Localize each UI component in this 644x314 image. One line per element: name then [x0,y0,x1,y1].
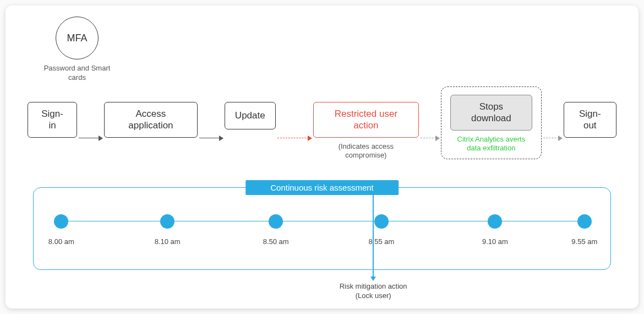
flow-row: Sign-in Access application Update Restri… [28,102,616,160]
arrow-1 [79,138,102,139]
node-signin-label: Sign-in [38,108,67,132]
node-signout-label: Sign-out [574,108,606,132]
node-restricted-label: Restricted user action [324,108,409,132]
timeline-point-3 [374,214,389,229]
timeline-label-1: 8.10 am [155,237,181,246]
risk-mitigation-label: Risk mitigation action (Lock user) [324,282,423,301]
timeline-point-1 [160,214,174,229]
flow-update: Update [225,102,276,129]
timeline-point-5 [577,214,592,229]
timeline-label-4: 9.10 am [482,237,508,246]
node-access: Access application [104,102,198,138]
node-update-label: Update [235,110,265,121]
arrow-3 [277,138,312,139]
flow-stops-wrapper: Stops download Citrix Analytics averts d… [441,102,542,159]
node-update: Update [225,102,276,129]
timeline-label-2: 8.50 am [263,237,289,246]
mfa-title: MFA [67,33,87,44]
risk-label-line1: Risk mitigation action [340,282,407,290]
timeline-label-0: 8.00 am [48,237,74,246]
risk-label-line2: (Lock user) [356,291,391,300]
arrow-4 [421,138,439,139]
stops-subtitle: Citrix Analytics averts data exfiltratio… [450,135,533,154]
stops-dashed-container: Stops download Citrix Analytics averts d… [441,86,542,159]
node-signout: Sign-out [564,102,616,138]
timeline-track [58,221,586,221]
restricted-subtitle: (Indicates access compromise) [325,142,407,161]
mfa-circle: MFA [56,17,99,59]
arrow-5 [543,138,561,139]
node-stops: Stops download [450,95,533,131]
node-signin: Sign-in [28,102,77,138]
diagram-container: MFA Password and Smart cards Sign-in Acc… [6,6,638,308]
mfa-section: MFA Password and Smart cards [39,17,116,83]
timeline-point-0 [54,214,68,229]
flow-restricted: Restricted user action (Indicates access… [313,102,419,160]
node-restricted: Restricted user action [313,102,419,138]
mfa-subtitle: Password and Smart cards [39,64,116,83]
flow-access: Access application [104,102,198,138]
timeline-point-4 [488,214,502,229]
timeline-point-2 [269,214,283,229]
flow-signout: Sign-out [564,102,616,138]
arrow-2 [199,138,223,139]
timeline-section: Continuous risk assessment 8.00 am8.10 a… [33,187,611,270]
timeline-title: Continuous risk assessment [245,180,399,195]
flow-signin: Sign-in [28,102,77,138]
node-stops-label: Stops download [461,101,522,124]
risk-mitigation-arrow [373,195,374,280]
node-access-label: Access application [114,108,187,132]
timeline-label-5: 9.55 am [571,237,597,246]
